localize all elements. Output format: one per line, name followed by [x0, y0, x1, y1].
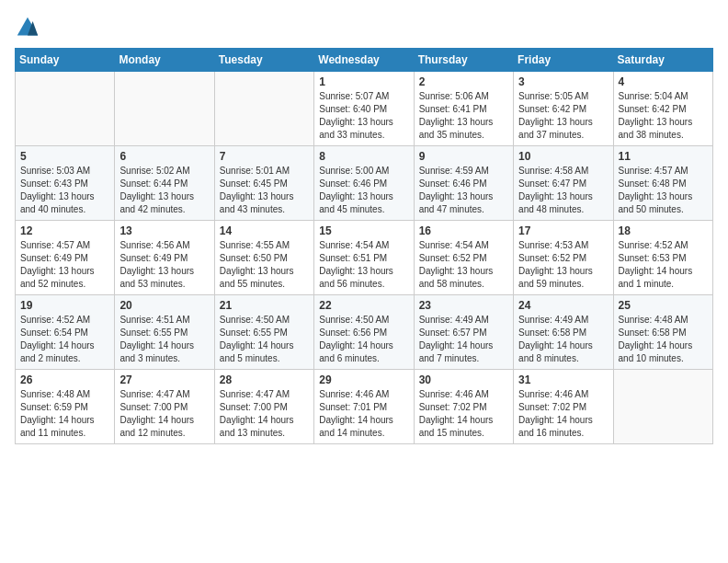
day-info: Sunrise: 4:56 AM Sunset: 6:49 PM Dayligh…: [119, 239, 209, 291]
day-number: 4: [619, 75, 708, 88]
day-info: Sunrise: 4:51 AM Sunset: 6:55 PM Dayligh…: [119, 314, 209, 365]
calendar-header-row: SundayMondayTuesdayWednesdayThursdayFrid…: [16, 49, 713, 72]
calendar-cell: 9Sunrise: 4:59 AM Sunset: 6:46 PM Daylig…: [414, 146, 513, 221]
day-number: 16: [419, 224, 508, 237]
day-info: Sunrise: 4:46 AM Sunset: 7:01 PM Dayligh…: [319, 388, 408, 440]
day-info: Sunrise: 4:50 AM Sunset: 6:55 PM Dayligh…: [220, 314, 309, 365]
day-info: Sunrise: 4:53 AM Sunset: 6:52 PM Dayligh…: [518, 239, 608, 291]
calendar-week-row: 1Sunrise: 5:07 AM Sunset: 6:40 PM Daylig…: [16, 72, 713, 146]
day-info: Sunrise: 5:00 AM Sunset: 6:46 PM Dayligh…: [319, 165, 408, 216]
calendar-cell: [115, 72, 214, 146]
day-number: 31: [518, 373, 608, 386]
calendar-cell: 21Sunrise: 4:50 AM Sunset: 6:55 PM Dayli…: [214, 295, 313, 370]
day-number: 12: [20, 224, 109, 237]
calendar-cell: 30Sunrise: 4:46 AM Sunset: 7:02 PM Dayli…: [414, 370, 513, 444]
day-number: 20: [119, 299, 209, 312]
day-number: 30: [419, 373, 508, 386]
day-info: Sunrise: 5:03 AM Sunset: 6:43 PM Dayligh…: [20, 165, 109, 216]
day-info: Sunrise: 4:57 AM Sunset: 6:48 PM Dayligh…: [619, 165, 708, 216]
day-number: 14: [220, 224, 309, 237]
day-number: 2: [419, 75, 508, 88]
day-number: 6: [119, 150, 209, 163]
calendar-week-row: 26Sunrise: 4:48 AM Sunset: 6:59 PM Dayli…: [16, 370, 713, 444]
day-number: 11: [619, 150, 708, 163]
calendar-cell: 15Sunrise: 4:54 AM Sunset: 6:51 PM Dayli…: [314, 221, 414, 295]
day-number: 1: [319, 75, 408, 88]
calendar-cell: 22Sunrise: 4:50 AM Sunset: 6:56 PM Dayli…: [314, 295, 414, 370]
calendar-cell: 14Sunrise: 4:55 AM Sunset: 6:50 PM Dayli…: [214, 221, 313, 295]
calendar-cell: 26Sunrise: 4:48 AM Sunset: 6:59 PM Dayli…: [16, 370, 115, 444]
day-number: 17: [518, 224, 608, 237]
calendar-cell: 7Sunrise: 5:01 AM Sunset: 6:45 PM Daylig…: [214, 146, 313, 221]
day-info: Sunrise: 4:47 AM Sunset: 7:00 PM Dayligh…: [220, 388, 309, 440]
day-number: 13: [119, 224, 209, 237]
calendar-week-row: 19Sunrise: 4:52 AM Sunset: 6:54 PM Dayli…: [16, 295, 713, 370]
day-info: Sunrise: 4:52 AM Sunset: 6:54 PM Dayligh…: [20, 314, 109, 365]
day-number: 28: [220, 373, 309, 386]
calendar-cell: 12Sunrise: 4:57 AM Sunset: 6:49 PM Dayli…: [16, 221, 115, 295]
day-info: Sunrise: 4:50 AM Sunset: 6:56 PM Dayligh…: [319, 314, 408, 365]
day-info: Sunrise: 4:57 AM Sunset: 6:49 PM Dayligh…: [20, 239, 109, 291]
day-number: 18: [619, 224, 708, 237]
calendar-week-row: 12Sunrise: 4:57 AM Sunset: 6:49 PM Dayli…: [16, 221, 713, 295]
calendar-cell: 13Sunrise: 4:56 AM Sunset: 6:49 PM Dayli…: [115, 221, 214, 295]
calendar-cell: 29Sunrise: 4:46 AM Sunset: 7:01 PM Dayli…: [314, 370, 414, 444]
calendar-cell: 8Sunrise: 5:00 AM Sunset: 6:46 PM Daylig…: [314, 146, 414, 221]
day-info: Sunrise: 4:49 AM Sunset: 6:57 PM Dayligh…: [419, 314, 508, 365]
calendar-cell: 17Sunrise: 4:53 AM Sunset: 6:52 PM Dayli…: [514, 221, 613, 295]
calendar-cell: 5Sunrise: 5:03 AM Sunset: 6:43 PM Daylig…: [16, 146, 115, 221]
day-info: Sunrise: 5:07 AM Sunset: 6:40 PM Dayligh…: [319, 90, 408, 142]
calendar-cell: 19Sunrise: 4:52 AM Sunset: 6:54 PM Dayli…: [16, 295, 115, 370]
day-info: Sunrise: 4:47 AM Sunset: 7:00 PM Dayligh…: [119, 388, 209, 440]
calendar-table: SundayMondayTuesdayWednesdayThursdayFrid…: [15, 48, 713, 444]
calendar-cell: [16, 72, 115, 146]
day-number: 27: [119, 373, 209, 386]
day-info: Sunrise: 5:05 AM Sunset: 6:42 PM Dayligh…: [518, 90, 608, 142]
day-info: Sunrise: 4:52 AM Sunset: 6:53 PM Dayligh…: [619, 239, 708, 291]
day-info: Sunrise: 4:48 AM Sunset: 6:58 PM Dayligh…: [619, 314, 708, 365]
day-number: 23: [419, 299, 508, 312]
logo-icon: [15, 15, 40, 40]
day-info: Sunrise: 4:54 AM Sunset: 6:52 PM Dayligh…: [419, 239, 508, 291]
day-info: Sunrise: 5:04 AM Sunset: 6:42 PM Dayligh…: [619, 90, 708, 142]
day-header-friday: Friday: [514, 49, 613, 72]
day-header-thursday: Thursday: [414, 49, 513, 72]
day-number: 9: [419, 150, 508, 163]
day-info: Sunrise: 4:46 AM Sunset: 7:02 PM Dayligh…: [518, 388, 608, 440]
day-info: Sunrise: 4:59 AM Sunset: 6:46 PM Dayligh…: [419, 165, 508, 216]
day-number: 22: [319, 299, 408, 312]
calendar-cell: 20Sunrise: 4:51 AM Sunset: 6:55 PM Dayli…: [115, 295, 214, 370]
calendar-cell: 11Sunrise: 4:57 AM Sunset: 6:48 PM Dayli…: [613, 146, 712, 221]
day-number: 19: [20, 299, 109, 312]
day-info: Sunrise: 5:01 AM Sunset: 6:45 PM Dayligh…: [220, 165, 309, 216]
calendar-cell: [613, 370, 712, 444]
calendar-cell: 16Sunrise: 4:54 AM Sunset: 6:52 PM Dayli…: [414, 221, 513, 295]
day-number: 8: [319, 150, 408, 163]
day-info: Sunrise: 5:06 AM Sunset: 6:41 PM Dayligh…: [419, 90, 508, 142]
calendar-cell: 4Sunrise: 5:04 AM Sunset: 6:42 PM Daylig…: [613, 72, 712, 146]
calendar-cell: 24Sunrise: 4:49 AM Sunset: 6:58 PM Dayli…: [514, 295, 613, 370]
calendar-cell: 25Sunrise: 4:48 AM Sunset: 6:58 PM Dayli…: [613, 295, 712, 370]
day-number: 25: [619, 299, 708, 312]
day-info: Sunrise: 4:48 AM Sunset: 6:59 PM Dayligh…: [20, 388, 109, 440]
calendar-cell: 6Sunrise: 5:02 AM Sunset: 6:44 PM Daylig…: [115, 146, 214, 221]
day-info: Sunrise: 4:46 AM Sunset: 7:02 PM Dayligh…: [419, 388, 508, 440]
day-number: 21: [220, 299, 309, 312]
page-header: [15, 15, 713, 40]
day-info: Sunrise: 4:54 AM Sunset: 6:51 PM Dayligh…: [319, 239, 408, 291]
day-header-monday: Monday: [115, 49, 214, 72]
day-number: 5: [20, 150, 109, 163]
day-number: 24: [518, 299, 608, 312]
calendar-week-row: 5Sunrise: 5:03 AM Sunset: 6:43 PM Daylig…: [16, 146, 713, 221]
day-header-sunday: Sunday: [16, 49, 115, 72]
logo: [15, 15, 44, 40]
day-number: 3: [518, 75, 608, 88]
calendar-cell: 2Sunrise: 5:06 AM Sunset: 6:41 PM Daylig…: [414, 72, 513, 146]
calendar-cell: 18Sunrise: 4:52 AM Sunset: 6:53 PM Dayli…: [613, 221, 712, 295]
day-info: Sunrise: 4:58 AM Sunset: 6:47 PM Dayligh…: [518, 165, 608, 216]
day-number: 10: [518, 150, 608, 163]
day-info: Sunrise: 4:55 AM Sunset: 6:50 PM Dayligh…: [220, 239, 309, 291]
calendar-cell: 3Sunrise: 5:05 AM Sunset: 6:42 PM Daylig…: [514, 72, 613, 146]
calendar-cell: 28Sunrise: 4:47 AM Sunset: 7:00 PM Dayli…: [214, 370, 313, 444]
calendar-cell: 31Sunrise: 4:46 AM Sunset: 7:02 PM Dayli…: [514, 370, 613, 444]
